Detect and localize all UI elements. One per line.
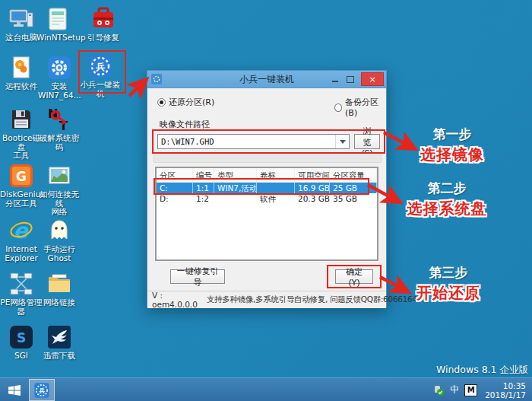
ime-language-indicator[interactable]: 中 bbox=[450, 383, 459, 396]
cell-partition: C: bbox=[157, 183, 193, 193]
desktop-icon-thunder-download[interactable]: 迅雷下载 bbox=[38, 324, 81, 361]
image-path-value: D:\WIN7.GHD bbox=[158, 137, 335, 146]
cell-type bbox=[214, 193, 257, 204]
taskbar: 兵 中 M 10:35 2018/1/17 bbox=[0, 377, 532, 401]
table-row-c-drive[interactable]: C: 1:1 WIN7,活动 16.9 GB 25 GB bbox=[157, 183, 377, 193]
step-number: 第二步 bbox=[394, 180, 500, 197]
step-number: 第一步 bbox=[399, 126, 505, 143]
ie-icon: e bbox=[8, 218, 34, 243]
cell-number: 1:1 bbox=[193, 183, 214, 193]
desktop-icon-network-links[interactable]: 网络链接 bbox=[38, 271, 81, 307]
desktop-icon-boot-repair[interactable]: 引导修复 bbox=[82, 6, 125, 43]
cell-partition: D: bbox=[157, 193, 193, 204]
annotation-step-1: 第一步 选择镜像 bbox=[399, 126, 505, 165]
nt-key-icon: NT bbox=[46, 107, 72, 132]
cell-volume: 软件 bbox=[257, 193, 295, 204]
toolbox-icon bbox=[90, 6, 116, 32]
radio-restore-partition[interactable]: 还原分区(R) bbox=[157, 97, 214, 108]
svg-text:兵: 兵 bbox=[39, 387, 45, 394]
bird-icon bbox=[46, 324, 72, 350]
maximize-button[interactable] bbox=[343, 74, 358, 85]
icon-label: WinNTSetup bbox=[36, 33, 79, 43]
folder-icon bbox=[46, 271, 72, 297]
ok-button[interactable]: 确定(Y) bbox=[335, 269, 373, 284]
close-button[interactable]: × bbox=[361, 72, 384, 86]
col-header: 编号 bbox=[193, 168, 214, 182]
desktop-icon-internet-explorer[interactable]: e Internet Explorer bbox=[0, 218, 43, 263]
cell-capacity: 35 GB bbox=[330, 193, 377, 204]
minimize-button[interactable] bbox=[328, 74, 343, 85]
desktop-icon-ghost[interactable]: 手动运行 Ghost bbox=[38, 218, 81, 263]
col-header: 卷标 bbox=[257, 168, 295, 182]
status-message: 支持多种镜像,多系统引导自动修复, 问题反馈QQ群:606616468 bbox=[207, 294, 427, 305]
svg-text:兵: 兵 bbox=[96, 62, 106, 72]
diskgenius-g-icon: G bbox=[8, 163, 34, 189]
software-box-icon bbox=[45, 6, 71, 32]
desktop-icon-sgi[interactable]: S SGI bbox=[0, 324, 43, 361]
taskbar-clock[interactable]: 10:35 2018/1/17 bbox=[485, 381, 526, 399]
radio-backup-partition[interactable]: 备份分区(B) bbox=[334, 97, 386, 118]
photo-icon bbox=[46, 163, 72, 189]
version-text: V : oem4.0.0.0 bbox=[147, 291, 202, 309]
desktop-icon-winntsetup[interactable]: WinNTSetup bbox=[36, 6, 79, 43]
icon-label: 迅雷下载 bbox=[38, 352, 81, 361]
partition-table-header: 分区 编号 类型 卷标 可用空间 分区容量 bbox=[157, 168, 377, 183]
radio-label: 备份分区(B) bbox=[345, 97, 386, 118]
desktop-icon-remote-software[interactable]: 远程软件 bbox=[0, 55, 43, 91]
desktop-icon-diskgenius[interactable]: G DiskGenius 分区工具 bbox=[0, 163, 43, 208]
desktop-icon-pe-network-manager[interactable]: PE网络管理器 bbox=[0, 271, 43, 316]
cell-volume bbox=[257, 183, 295, 193]
radio-circle bbox=[157, 98, 166, 107]
icon-label: 破解系统密码 bbox=[38, 134, 81, 151]
floppy-disk-icon bbox=[8, 107, 34, 132]
repair-boot-button[interactable]: 一键修复引导 bbox=[170, 269, 225, 284]
combobox-dropdown-arrow[interactable] bbox=[335, 135, 349, 148]
col-header: 分区容量 bbox=[330, 168, 377, 182]
desktop-icon-wifi-help[interactable]: 如何连接无线 网络 bbox=[38, 163, 81, 217]
desktop-icon-install-win7[interactable]: 安装 WIN7_64... bbox=[38, 55, 81, 100]
icon-label: 小兵一键装机 bbox=[79, 81, 122, 98]
annotation-step-2: 第二步 选择系统盘 bbox=[394, 180, 500, 219]
document-flower-icon bbox=[8, 55, 34, 81]
arrow-desktop-icon bbox=[129, 81, 144, 96]
image-path-label: 映像文件路径 bbox=[160, 119, 210, 130]
browse-button[interactable]: 浏览(S) bbox=[354, 134, 380, 149]
svg-text:G: G bbox=[16, 169, 27, 184]
desktop-icon-xiaobing-installer[interactable]: 兵 小兵一键装机 bbox=[79, 53, 122, 98]
desktop-icon-bootice[interactable]: Bootice磁盘 工具 bbox=[0, 107, 43, 161]
start-button[interactable] bbox=[8, 383, 23, 398]
partition-table[interactable]: 分区 编号 类型 卷标 可用空间 分区容量 C: 1:1 WIN7,活动 16.… bbox=[155, 167, 378, 261]
icon-label: 网络链接 bbox=[38, 298, 81, 307]
clock-date: 2018/1/17 bbox=[485, 390, 526, 399]
safely-remove-icon[interactable] bbox=[432, 384, 445, 396]
desktop-icon-nt-password[interactable]: NT 破解系统密码 bbox=[38, 107, 81, 151]
col-header: 分区 bbox=[157, 168, 193, 182]
network-nodes-icon bbox=[8, 271, 34, 297]
taskbar-app-xiaobing[interactable]: 兵 bbox=[29, 379, 55, 401]
icon-label: 安装 WIN7_64... bbox=[38, 82, 81, 100]
cell-capacity: 25 GB bbox=[330, 183, 377, 193]
radio-circle bbox=[334, 103, 342, 112]
col-header: 类型 bbox=[214, 168, 257, 182]
image-path-combobox[interactable]: D:\WIN7.GHD bbox=[157, 134, 350, 149]
table-row-d-drive[interactable]: D: 1:2 软件 20.3 GB 35 GB bbox=[157, 193, 377, 204]
icon-label: 远程软件 bbox=[0, 82, 43, 91]
cell-number: 1:2 bbox=[193, 193, 214, 204]
icon-label: 引导修复 bbox=[82, 33, 125, 43]
ghost-icon bbox=[46, 218, 72, 243]
cell-free-space: 20.3 GB bbox=[295, 193, 330, 204]
windows-version-label: Windows 8.1 企业版 bbox=[436, 364, 528, 377]
dialog-titlebar[interactable]: 小兵一键装机 × bbox=[147, 71, 386, 88]
dialog-body: 还原分区(R) 备份分区(B) 映像文件路径 D:\WIN7.GHD 浏览(S)… bbox=[147, 88, 386, 308]
clock-time: 10:35 bbox=[503, 381, 526, 390]
icon-label: 如何连接无线 网络 bbox=[38, 190, 81, 217]
chevron-down-icon bbox=[340, 140, 346, 144]
step-action: 开始还原 bbox=[395, 283, 502, 304]
step-action: 选择镜像 bbox=[399, 145, 505, 165]
xiaobing-app-icon: 兵 bbox=[33, 382, 50, 399]
icon-label: DiskGenius 分区工具 bbox=[0, 190, 43, 208]
system-tray: 中 M 10:35 2018/1/17 bbox=[432, 378, 532, 401]
svg-text:S: S bbox=[17, 330, 26, 345]
ime-mode-indicator[interactable]: M bbox=[464, 384, 477, 396]
windows-logo-icon bbox=[8, 383, 21, 397]
